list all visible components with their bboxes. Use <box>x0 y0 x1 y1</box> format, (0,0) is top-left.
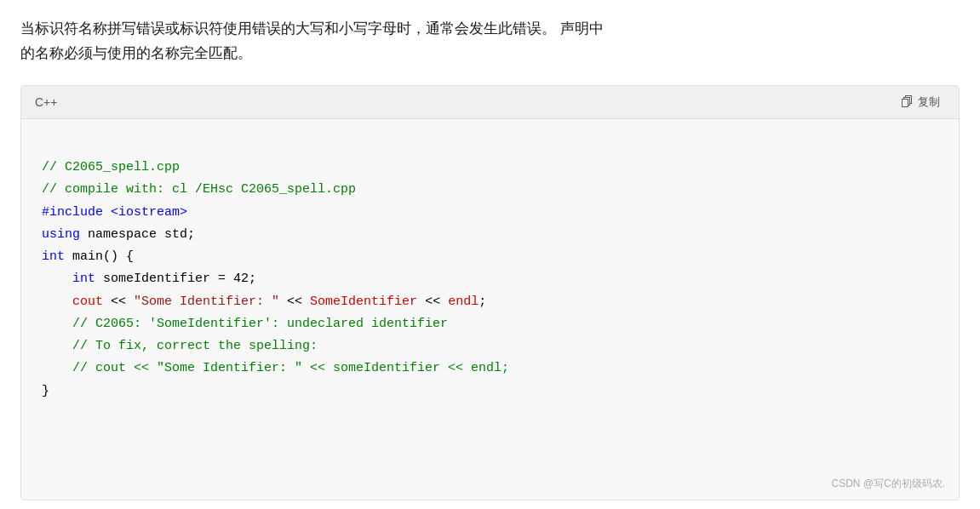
code-block-wrapper: C++ 🗍 复制 // C2065_spell.cpp // compile w… <box>20 85 960 500</box>
code-content: // C2065_spell.cpp // compile with: cl /… <box>21 119 959 500</box>
cout-red: cout <box>72 295 103 309</box>
indent-2 <box>42 295 72 309</box>
some-identifier-red: SomeIdentifier <box>310 295 417 309</box>
endl-red: endl <box>448 295 479 309</box>
indent-1 <box>42 272 72 286</box>
code-line-1: // C2065_spell.cpp <box>42 157 938 179</box>
code-line-11: } <box>42 380 938 403</box>
normal-op3: << <box>417 295 448 309</box>
copy-label: 复制 <box>918 94 940 110</box>
watermark: CSDN @写C的初级码农. <box>831 475 945 493</box>
preprocessor-include: #include <iostream> <box>42 205 187 220</box>
code-line-empty <box>42 134 938 157</box>
description-line2: 的名称必须与使用的名称完全匹配。 <box>20 45 252 61</box>
description-text: 当标识符名称拼写错误或标识符使用错误的大写和小写字母时，通常会发生此错误。 声明… <box>20 17 960 66</box>
code-line-9: // To fix, correct the spelling: <box>42 335 938 357</box>
code-line-3: #include <iostream> <box>42 202 938 224</box>
copy-icon: 🗍 <box>901 94 914 109</box>
normal-op2: << <box>279 295 310 309</box>
code-block-header: C++ 🗍 复制 <box>21 86 959 119</box>
keyword-int-main: int <box>42 249 65 264</box>
code-line-5: int main() { <box>42 246 938 268</box>
code-line-8: // C2065: 'SomeIdentifier': undeclared i… <box>42 313 938 335</box>
normal-semi: ; <box>479 295 486 309</box>
keyword-using: using <box>42 227 80 242</box>
code-line-10: // cout << "Some Identifier: " << someId… <box>42 357 938 380</box>
code-lang-label: C++ <box>35 95 57 109</box>
description-line1: 当标识符名称拼写错误或标识符使用错误的大写和小写字母时，通常会发生此错误。 声明… <box>20 20 604 37</box>
code-line-7: cout << "Some Identifier: " << SomeIdent… <box>42 291 938 313</box>
normal-namespace: namespace std; <box>80 227 195 242</box>
keyword-int-some: int <box>72 272 95 286</box>
page-container: 当标识符名称拼写错误或标识符使用错误的大写和小写字母时，通常会发生此错误。 声明… <box>0 0 980 509</box>
copy-button[interactable]: 🗍 复制 <box>896 93 945 112</box>
normal-cout-op: << <box>103 295 134 309</box>
normal-main: main() { <box>65 249 134 264</box>
code-line-4: using namespace std; <box>42 224 938 246</box>
code-line-6: int someIdentifier = 42; <box>42 268 938 290</box>
code-line-2: // compile with: cl /EHsc C2065_spell.cp… <box>42 179 938 201</box>
string-some-id: "Some Identifier: " <box>134 295 279 309</box>
normal-someidentifier: someIdentifier = 42; <box>95 272 256 286</box>
